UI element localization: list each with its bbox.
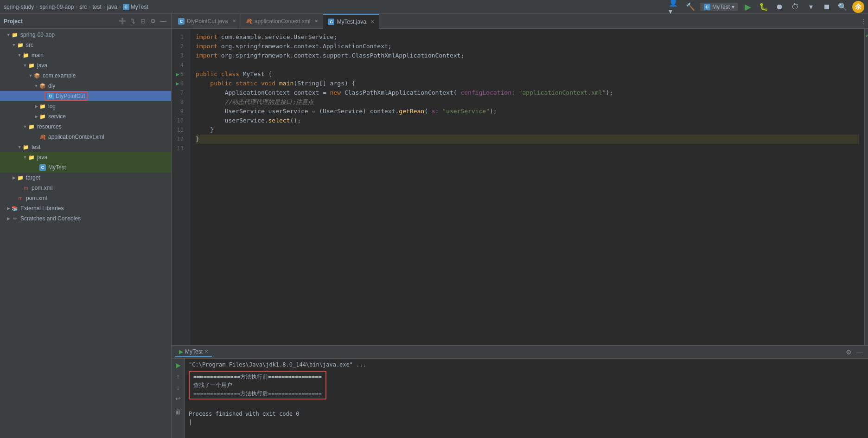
search-button[interactable]: 🔍 [836,1,849,13]
avatar[interactable]: 余 [852,1,864,13]
tree-item-diy-point-cut[interactable]: C DiyPointCut [0,91,171,101]
settings-icon-button[interactable]: ⚙ [844,348,853,357]
more-tabs-button[interactable]: ⋮ [861,18,866,25]
breadcrumb-mytest[interactable]: C MyTest [123,4,148,10]
soft-wrap-button[interactable]: ↩ [173,394,183,403]
tree-item-main[interactable]: ▼ 📁 main [0,50,171,60]
tree-item-diy[interactable]: ▼ 📦 diy [0,81,171,91]
clear-output-button[interactable]: 🗑 [173,407,183,416]
expand-arrow: ▼ [22,63,28,68]
expand-arrow: ▼ [22,124,28,129]
tab-java-icon: C [328,19,334,25]
tree-item-mytest[interactable]: C MyTest [0,162,171,173]
expand-arrow: ▶ [6,206,11,211]
module-icon: 📁 [11,31,19,39]
add-icon[interactable]: ➕ [118,17,127,26]
tab-label: DiyPointCut.java [187,18,228,25]
line-numbers: 1 2 3 4 ▶5 ▶6 7 8 9 10 11 12 13 [172,29,190,345]
tree-label: main [32,52,44,58]
run-line-exit: Process finished with exit code 0 [189,410,864,418]
run-output[interactable]: "C:\Program Files\Java\jdk1.8.0_144\bin\… [185,359,868,438]
breadcrumb-spring-09-aop[interactable]: spring-09-aop [39,4,74,10]
line-num-9: 9 [172,107,186,116]
panel-icons: ➕ ⇅ ⊟ ⚙ — [118,17,167,26]
code-line-11: } [196,125,859,135]
expand-arrow: ▼ [22,155,28,160]
breadcrumb-spring-study[interactable]: spring-study [4,4,34,10]
package-icon: 📦 [39,82,46,90]
run-line-cmd: "C:\Program Files\Java\jdk1.8.0_144\bin\… [189,361,864,369]
scroll-from-source-icon[interactable]: ⇅ [128,17,137,26]
gear-icon[interactable]: ⚙ [149,17,157,26]
run-output-boxed: ==============方法执行前================ 查找了一… [189,371,326,399]
coverage-button[interactable]: ⏺ [773,1,785,13]
breadcrumb-src[interactable]: src [79,4,87,10]
line-num-8: 8 [172,97,186,107]
tab-diy-point-cut[interactable]: C DiyPointCut.java ✕ [173,14,241,29]
hammer-icon-button[interactable]: 🔨 [684,1,696,13]
rerun-button[interactable]: ▶ [173,361,183,370]
tree-item-src[interactable]: ▼ 📁 src [0,40,171,50]
run-line-after: ==============方法执行后================ [193,389,322,398]
tree-item-spring-09-aop[interactable]: ▼ 📁 spring-09-aop [0,30,171,40]
tree-label: src [26,42,33,48]
tree-label: service [48,113,66,120]
no-errors-indicator[interactable]: ✓ [865,31,868,39]
tree-label: java [37,154,47,161]
minimize-panel-button[interactable]: — [855,348,864,357]
tab-close-icon[interactable]: ✕ [314,19,318,24]
tree-item-scratches[interactable]: ▶ ✏ Scratches and Consoles [0,213,171,224]
run-line-empty [189,401,864,410]
tab-mytest[interactable]: C MyTest.java ✕ [323,14,379,29]
tree-item-service[interactable]: ▶ 📁 service [0,111,171,122]
tree-item-target[interactable]: ▶ 📁 target [0,173,171,183]
tree-item-resources[interactable]: ▼ 📁 resources [0,122,171,132]
scroll-up-button[interactable]: ↑ [173,372,183,381]
run-config-icon: C [704,4,710,10]
minimize-icon[interactable]: — [159,17,167,26]
run-tab-close-icon[interactable]: ✕ [204,349,208,354]
tree-item-test-java[interactable]: ▼ 📁 java [0,152,171,162]
profile-switcher-button[interactable]: 👤▾ [669,1,681,13]
panel-title: Project [4,18,115,25]
line-num-13: 13 [172,144,186,153]
tab-close-icon[interactable]: ✕ [370,19,374,24]
more-run-actions-button[interactable]: ▾ [805,1,817,13]
code-editor[interactable]: 1 2 3 4 ▶5 ▶6 7 8 9 10 11 12 13 import c… [172,29,868,345]
scroll-down-button[interactable]: ↓ [173,383,183,392]
code-line-6: public static void main(String[] args) { [196,79,859,88]
tree-item-external-libraries[interactable]: ▶ 📚 External Libraries [0,203,171,213]
tree-item-pom-outer[interactable]: m pom.xml [0,193,171,203]
tree-item-java[interactable]: ▼ 📁 java [0,60,171,71]
run-tab[interactable]: ▶ MyTest ✕ [175,348,212,357]
tree-item-com-example[interactable]: ▼ 📦 com.example [0,71,171,81]
line-num-7: 7 [172,88,186,97]
expand-arrow: ▼ [17,145,22,149]
folder-icon: 📁 [22,143,30,151]
tree-item-test[interactable]: ▼ 📁 test [0,142,171,152]
stop-button[interactable]: ⏹ [821,1,833,13]
tab-application-context[interactable]: 🍂 applicationContext.xml ✕ [241,14,324,29]
bottom-tabs: ▶ MyTest ✕ ⚙ — [172,346,868,359]
tree-item-pom-inner[interactable]: m pom.xml [0,183,171,193]
panel-header: Project ➕ ⇅ ⊟ ⚙ — [0,14,171,29]
code-content[interactable]: import com.example.service.UserService; … [190,29,864,345]
run-line-found: 查找了一个用户 [193,381,322,389]
profile-button[interactable]: ⏱ [789,1,801,13]
breadcrumb-java[interactable]: java [107,4,117,10]
tree-item-application-context[interactable]: 🍂 applicationContext.xml [0,132,171,142]
line-num-11: 11 [172,125,186,135]
c-icon: C [39,164,46,171]
run-button[interactable]: ▶ [742,1,754,13]
debug-button[interactable]: 🐛 [758,1,770,13]
tab-close-icon[interactable]: ✕ [232,19,236,24]
breadcrumb: spring-study › spring-09-aop › src › tes… [4,4,148,10]
run-cursor: | [189,418,864,426]
breadcrumb-test[interactable]: test [92,4,101,10]
run-config-selector[interactable]: C MyTest ▾ [700,3,738,11]
collapse-all-icon[interactable]: ⊟ [139,17,147,26]
tab-xml-icon: 🍂 [246,18,252,24]
expand-arrow: ▼ [33,84,39,88]
src-folder-icon: 📁 [28,62,35,69]
tree-item-log[interactable]: ▶ 📁 log [0,101,171,111]
